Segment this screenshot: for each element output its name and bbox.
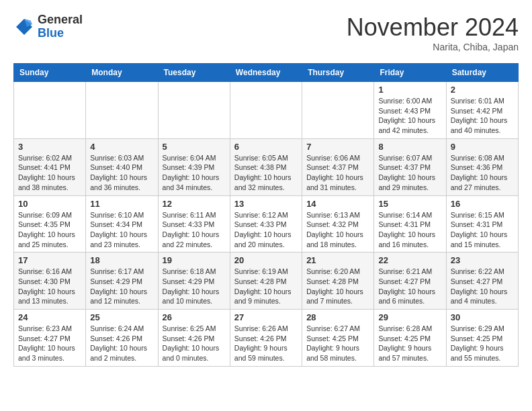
day-info: Sunrise: 6:02 AM Sunset: 4:41 PM Dayligh… [18,153,81,193]
day-number: 10 [18,199,81,209]
calendar-cell [158,82,230,139]
calendar-cell: 14Sunrise: 6:13 AM Sunset: 4:32 PM Dayli… [302,195,374,253]
calendar-cell: 29Sunrise: 6:28 AM Sunset: 4:25 PM Dayli… [374,310,446,367]
calendar-cell: 24Sunrise: 6:23 AM Sunset: 4:27 PM Dayli… [14,310,86,367]
day-number: 16 [451,199,514,209]
day-number: 18 [90,255,153,265]
calendar-cell: 1Sunrise: 6:00 AM Sunset: 4:43 PM Daylig… [374,82,446,139]
calendar-cell [86,82,158,139]
day-info: Sunrise: 6:24 AM Sunset: 4:26 PM Dayligh… [90,324,153,363]
calendar-table: SundayMondayTuesdayWednesdayThursdayFrid… [13,63,519,367]
weekday-header-wednesday: Wednesday [230,64,302,82]
week-row-1: 1Sunrise: 6:00 AM Sunset: 4:43 PM Daylig… [14,82,519,139]
day-info: Sunrise: 6:19 AM Sunset: 4:28 PM Dayligh… [234,267,298,306]
day-info: Sunrise: 6:14 AM Sunset: 4:31 PM Dayligh… [378,210,441,250]
day-info: Sunrise: 6:16 AM Sunset: 4:30 PM Dayligh… [18,267,81,306]
day-info: Sunrise: 6:25 AM Sunset: 4:26 PM Dayligh… [163,324,226,363]
calendar-cell: 16Sunrise: 6:15 AM Sunset: 4:31 PM Dayli… [446,195,518,253]
day-info: Sunrise: 6:04 AM Sunset: 4:39 PM Dayligh… [163,153,226,193]
title-block: November 2024 Narita, Chiba, Japan [347,13,519,52]
day-number: 14 [306,199,369,209]
weekday-header-tuesday: Tuesday [158,64,230,82]
day-info: Sunrise: 6:05 AM Sunset: 4:38 PM Dayligh… [234,153,298,193]
logo-icon [13,16,35,38]
day-info: Sunrise: 6:22 AM Sunset: 4:27 PM Dayligh… [451,267,514,306]
day-number: 6 [234,142,298,152]
day-number: 9 [451,142,514,152]
day-number: 28 [306,312,369,322]
day-number: 3 [18,142,81,152]
calendar-cell: 9Sunrise: 6:08 AM Sunset: 4:36 PM Daylig… [446,138,518,195]
day-info: Sunrise: 6:28 AM Sunset: 4:25 PM Dayligh… [378,324,441,363]
calendar-cell [230,82,302,139]
calendar-cell: 5Sunrise: 6:04 AM Sunset: 4:39 PM Daylig… [158,138,230,195]
weekday-header-row: SundayMondayTuesdayWednesdayThursdayFrid… [14,64,519,82]
day-number: 19 [163,255,226,265]
calendar-cell: 17Sunrise: 6:16 AM Sunset: 4:30 PM Dayli… [14,253,86,310]
weekday-header-sunday: Sunday [14,64,86,82]
day-number: 29 [378,312,441,322]
month-title: November 2024 [347,13,519,42]
calendar-cell: 15Sunrise: 6:14 AM Sunset: 4:31 PM Dayli… [374,195,446,253]
day-info: Sunrise: 6:26 AM Sunset: 4:26 PM Dayligh… [234,324,298,363]
calendar-cell: 27Sunrise: 6:26 AM Sunset: 4:26 PM Dayli… [230,310,302,367]
day-info: Sunrise: 6:18 AM Sunset: 4:29 PM Dayligh… [163,267,226,306]
calendar-cell: 18Sunrise: 6:17 AM Sunset: 4:29 PM Dayli… [86,253,158,310]
day-number: 27 [234,312,298,322]
day-number: 5 [163,142,226,152]
day-info: Sunrise: 6:10 AM Sunset: 4:34 PM Dayligh… [90,210,153,250]
day-info: Sunrise: 6:13 AM Sunset: 4:32 PM Dayligh… [306,210,369,250]
week-row-2: 3Sunrise: 6:02 AM Sunset: 4:41 PM Daylig… [14,138,519,195]
calendar-cell: 21Sunrise: 6:20 AM Sunset: 4:28 PM Dayli… [302,253,374,310]
day-number: 8 [378,142,441,152]
day-info: Sunrise: 6:20 AM Sunset: 4:28 PM Dayligh… [306,267,369,306]
day-number: 17 [18,255,81,265]
day-info: Sunrise: 6:29 AM Sunset: 4:25 PM Dayligh… [451,324,514,363]
calendar-cell: 2Sunrise: 6:01 AM Sunset: 4:42 PM Daylig… [446,82,518,139]
day-number: 30 [451,312,514,322]
day-info: Sunrise: 6:17 AM Sunset: 4:29 PM Dayligh… [90,267,153,306]
day-number: 4 [90,142,153,152]
week-row-5: 24Sunrise: 6:23 AM Sunset: 4:27 PM Dayli… [14,310,519,367]
calendar-cell: 8Sunrise: 6:07 AM Sunset: 4:37 PM Daylig… [374,138,446,195]
day-number: 7 [306,142,369,152]
calendar-cell [14,82,86,139]
calendar-cell: 4Sunrise: 6:03 AM Sunset: 4:40 PM Daylig… [86,138,158,195]
day-info: Sunrise: 6:01 AM Sunset: 4:42 PM Dayligh… [451,96,514,136]
calendar-cell: 26Sunrise: 6:25 AM Sunset: 4:26 PM Dayli… [158,310,230,367]
day-info: Sunrise: 6:12 AM Sunset: 4:33 PM Dayligh… [234,210,298,250]
day-info: Sunrise: 6:08 AM Sunset: 4:36 PM Dayligh… [451,153,514,193]
day-info: Sunrise: 6:27 AM Sunset: 4:25 PM Dayligh… [306,324,369,363]
calendar-cell: 30Sunrise: 6:29 AM Sunset: 4:25 PM Dayli… [446,310,518,367]
calendar-cell: 22Sunrise: 6:21 AM Sunset: 4:27 PM Dayli… [374,253,446,310]
calendar-cell: 10Sunrise: 6:09 AM Sunset: 4:35 PM Dayli… [14,195,86,253]
page-header: General Blue November 2024 Narita, Chiba… [13,13,519,52]
location: Narita, Chiba, Japan [347,42,519,52]
calendar-cell: 23Sunrise: 6:22 AM Sunset: 4:27 PM Dayli… [446,253,518,310]
day-info: Sunrise: 6:00 AM Sunset: 4:43 PM Dayligh… [378,96,441,136]
day-info: Sunrise: 6:21 AM Sunset: 4:27 PM Dayligh… [378,267,441,306]
calendar-cell: 20Sunrise: 6:19 AM Sunset: 4:28 PM Dayli… [230,253,302,310]
calendar-cell: 25Sunrise: 6:24 AM Sunset: 4:26 PM Dayli… [86,310,158,367]
day-info: Sunrise: 6:11 AM Sunset: 4:33 PM Dayligh… [163,210,226,250]
day-number: 13 [234,199,298,209]
weekday-header-friday: Friday [374,64,446,82]
calendar-cell: 28Sunrise: 6:27 AM Sunset: 4:25 PM Dayli… [302,310,374,367]
day-info: Sunrise: 6:09 AM Sunset: 4:35 PM Dayligh… [18,210,81,250]
day-info: Sunrise: 6:07 AM Sunset: 4:37 PM Dayligh… [378,153,441,193]
calendar-cell: 13Sunrise: 6:12 AM Sunset: 4:33 PM Dayli… [230,195,302,253]
logo-text: General Blue [38,13,83,40]
day-number: 24 [18,312,81,322]
day-number: 12 [163,199,226,209]
day-info: Sunrise: 6:23 AM Sunset: 4:27 PM Dayligh… [18,324,81,363]
weekday-header-monday: Monday [86,64,158,82]
day-number: 22 [378,255,441,265]
calendar-cell [302,82,374,139]
week-row-4: 17Sunrise: 6:16 AM Sunset: 4:30 PM Dayli… [14,253,519,310]
day-number: 25 [90,312,153,322]
calendar-cell: 3Sunrise: 6:02 AM Sunset: 4:41 PM Daylig… [14,138,86,195]
day-number: 2 [451,85,514,95]
calendar-cell: 19Sunrise: 6:18 AM Sunset: 4:29 PM Dayli… [158,253,230,310]
weekday-header-saturday: Saturday [446,64,518,82]
day-info: Sunrise: 6:03 AM Sunset: 4:40 PM Dayligh… [90,153,153,193]
